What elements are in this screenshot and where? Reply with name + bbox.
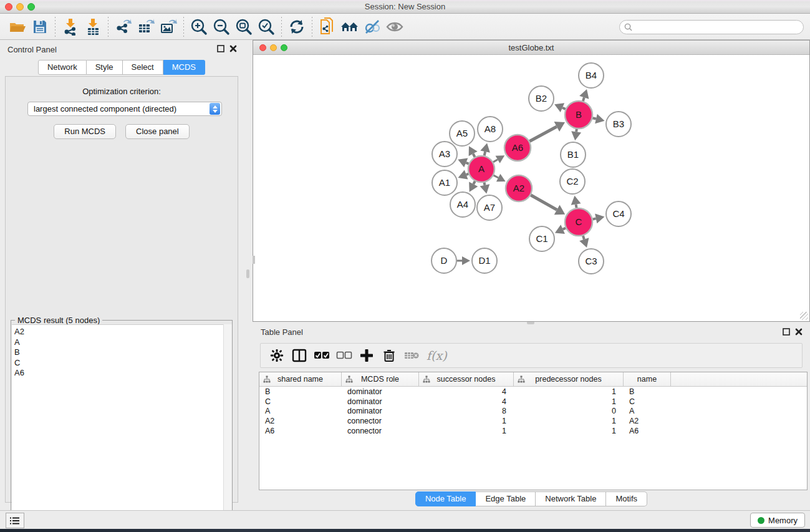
edge-arrowhead bbox=[462, 256, 470, 265]
table-row[interactable]: A6connector11A6 bbox=[259, 426, 807, 436]
network-graph[interactable]: AA1A2A3A4A5A6A7A8BB1B2B3B4CC1C2C3C4DD1 bbox=[253, 55, 809, 321]
edge-A-A1[interactable] bbox=[466, 174, 469, 175]
open-session-button[interactable] bbox=[6, 16, 29, 37]
tab-network[interactable]: Network bbox=[38, 60, 87, 75]
column-header-name[interactable]: name bbox=[624, 372, 671, 386]
edge-arrowhead bbox=[595, 114, 604, 124]
export-table-button[interactable] bbox=[135, 16, 157, 37]
edge-A-A5[interactable] bbox=[473, 154, 475, 157]
float-panel-icon[interactable] bbox=[217, 45, 224, 52]
edge-B-B2[interactable] bbox=[562, 108, 566, 109]
edge-C-C4[interactable] bbox=[593, 218, 596, 219]
edge-C-C2[interactable] bbox=[576, 205, 577, 208]
show-eye-button[interactable] bbox=[383, 16, 406, 37]
result-item[interactable]: A6 bbox=[14, 368, 231, 379]
table-row[interactable]: Bdominator41B bbox=[259, 387, 807, 397]
save-session-button[interactable] bbox=[29, 16, 51, 37]
edge-A2-C[interactable] bbox=[531, 195, 557, 210]
column-header-successor-nodes[interactable]: successor nodes bbox=[419, 372, 514, 386]
clone-network-button[interactable] bbox=[316, 16, 339, 37]
edge-arrowhead bbox=[571, 131, 581, 140]
table-tabs: Node TableEdge TableNetwork TableMotifs bbox=[253, 491, 810, 506]
table-cell: 4 bbox=[419, 387, 514, 396]
tab-mcds[interactable]: MCDS bbox=[163, 60, 205, 75]
import-network-button[interactable] bbox=[59, 16, 82, 37]
zoom-in-icon bbox=[190, 18, 208, 36]
criterion-select[interactable]: largest connected component (directed) bbox=[27, 102, 222, 116]
result-item[interactable]: B bbox=[14, 347, 231, 358]
table-row[interactable]: A2connector11A2 bbox=[259, 416, 807, 426]
column-header-shared-name[interactable]: shared name bbox=[259, 372, 342, 386]
result-item[interactable]: A bbox=[14, 337, 231, 348]
export-image-button[interactable] bbox=[157, 16, 180, 37]
create-column-button[interactable] bbox=[355, 345, 378, 366]
network-view-window: testGlobe.txt AA1A2A3A4A5A6A7A8BB1B2B3B4… bbox=[253, 40, 810, 322]
edge-C-C1[interactable] bbox=[563, 228, 566, 230]
edge-A-A6[interactable] bbox=[493, 160, 498, 162]
mcds-result-list[interactable]: A2ABCA6 bbox=[12, 324, 231, 532]
edge-arrowhead bbox=[480, 143, 490, 152]
delete-table-button[interactable] bbox=[400, 345, 423, 366]
edge-A-A4[interactable] bbox=[473, 181, 475, 184]
hide-glasses-button[interactable] bbox=[361, 16, 383, 37]
zoom-out-button[interactable] bbox=[210, 16, 233, 37]
function-builder-button[interactable]: f(x) bbox=[423, 345, 451, 366]
result-item[interactable]: A2 bbox=[14, 327, 231, 337]
tab-select[interactable]: Select bbox=[123, 60, 163, 75]
show-column-button[interactable] bbox=[288, 345, 311, 366]
network-window-titlebar[interactable]: testGlobe.txt bbox=[253, 41, 809, 55]
tab-edge-table[interactable]: Edge Table bbox=[476, 491, 536, 506]
column-header-MCDS-role[interactable]: MCDS role bbox=[342, 372, 419, 386]
close-panel-icon[interactable] bbox=[795, 328, 803, 336]
close-panel-icon[interactable] bbox=[229, 45, 237, 52]
edge-B-B4[interactable] bbox=[583, 97, 584, 101]
memory-button[interactable]: Memory bbox=[750, 513, 805, 528]
node-label-A8: A8 bbox=[485, 123, 496, 134]
table-settings-button[interactable] bbox=[266, 345, 288, 366]
tab-node-table[interactable]: Node Table bbox=[415, 491, 476, 506]
edge-A-A7[interactable] bbox=[485, 183, 485, 185]
canvas-left-thumb[interactable] bbox=[253, 256, 255, 264]
tab-motifs[interactable]: Motifs bbox=[606, 491, 647, 506]
edge-A-A8[interactable] bbox=[485, 152, 485, 155]
result-item[interactable]: C bbox=[14, 358, 231, 369]
import-table-button[interactable] bbox=[82, 16, 104, 37]
refresh-layout-button[interactable] bbox=[286, 16, 308, 37]
float-panel-icon[interactable] bbox=[783, 328, 790, 336]
network-canvas[interactable]: AA1A2A3A4A5A6A7A8BB1B2B3B4CC1C2C3C4DD1 bbox=[253, 55, 809, 321]
edge-B-B1[interactable] bbox=[576, 129, 577, 132]
tab-style[interactable]: Style bbox=[87, 60, 123, 75]
table-cell: A bbox=[259, 407, 342, 415]
attribute-type-icon bbox=[345, 375, 353, 383]
table-cell: dominator bbox=[342, 387, 419, 396]
zoom-in-button[interactable] bbox=[188, 16, 210, 37]
edge-C-C3[interactable] bbox=[583, 236, 584, 239]
table-row[interactable]: Adominator80A bbox=[259, 407, 807, 417]
zoom-fit-button[interactable] bbox=[233, 16, 255, 37]
run-mcds-button[interactable]: Run MCDS bbox=[54, 124, 116, 139]
tab-network-table[interactable]: Network Table bbox=[536, 491, 606, 506]
delete-column-button[interactable] bbox=[378, 345, 400, 366]
zoom-selected-button[interactable] bbox=[255, 16, 277, 37]
table-row[interactable]: Cdominator41C bbox=[259, 397, 807, 407]
edge-A-A2[interactable] bbox=[494, 175, 499, 178]
clone-network-icon bbox=[319, 17, 335, 36]
edge-A6-B[interactable] bbox=[529, 127, 556, 142]
edge-B-B3[interactable] bbox=[592, 118, 596, 118]
column-header-predecessor-nodes[interactable]: predecessor nodes bbox=[514, 372, 624, 386]
eye-icon bbox=[386, 20, 403, 34]
window-resize-grip[interactable] bbox=[800, 312, 808, 320]
select-all-columns-button[interactable] bbox=[311, 345, 333, 366]
vertical-splitter-handle[interactable] bbox=[246, 269, 249, 278]
table-cell: A6 bbox=[624, 427, 671, 435]
result-scrollbar[interactable] bbox=[223, 324, 232, 532]
node-table[interactable]: shared nameMCDS rolesuccessor nodesprede… bbox=[259, 372, 808, 490]
search-input[interactable] bbox=[632, 21, 803, 33]
deselect-all-columns-button[interactable] bbox=[333, 345, 355, 366]
task-history-button[interactable] bbox=[6, 513, 24, 528]
home-view-button[interactable] bbox=[339, 16, 361, 37]
node-label-C1: C1 bbox=[536, 233, 547, 244]
edge-A-A3[interactable] bbox=[466, 163, 468, 164]
export-network-button[interactable] bbox=[112, 16, 135, 37]
close-panel-button[interactable]: Close panel bbox=[125, 124, 190, 139]
